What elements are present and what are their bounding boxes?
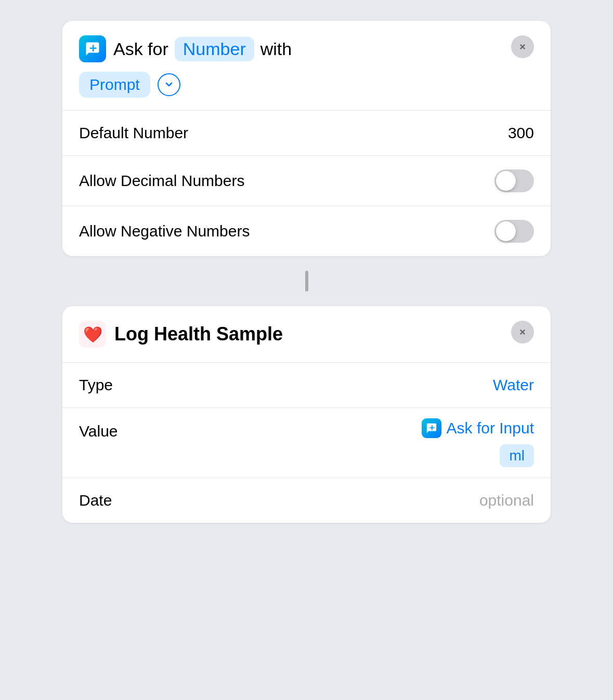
toggle-thumb-negative [496, 221, 516, 241]
ask-for-text: Ask for [113, 39, 168, 59]
allow-negative-row: Allow Negative Numbers [62, 206, 551, 256]
toggle-thumb-decimal [496, 171, 516, 191]
default-number-label: Default Number [79, 124, 188, 142]
date-label: Date [79, 492, 112, 509]
message-plus-icon [85, 41, 100, 57]
scroll-bar [305, 271, 308, 292]
card2-header: ❤️ Log Health Sample [62, 306, 551, 362]
close-icon-2 [518, 327, 527, 337]
value-row: Value Ask for Input ml [62, 408, 551, 478]
type-value[interactable]: Water [493, 376, 534, 394]
value-label: Value [79, 418, 118, 440]
ask-for-number-card: Ask for Number with Prompt Default Numbe… [62, 21, 551, 256]
scroll-indicator [305, 267, 308, 296]
with-text: with [260, 39, 292, 59]
chevron-down-icon [164, 80, 174, 90]
ask-for-input-button[interactable]: Ask for Input [422, 418, 534, 438]
date-placeholder[interactable]: optional [479, 492, 534, 509]
health-icon: ❤️ [79, 321, 106, 348]
number-pill[interactable]: Number [175, 37, 254, 61]
chevron-circle-button[interactable] [158, 73, 180, 96]
ask-for-input-text: Ask for Input [447, 419, 534, 437]
card1-title-text: Ask for Number with [113, 37, 534, 61]
card2-close-button[interactable] [511, 321, 534, 344]
allow-negative-toggle[interactable] [494, 220, 534, 243]
value-right: Ask for Input ml [422, 418, 534, 467]
allow-decimal-label: Allow Decimal Numbers [79, 172, 244, 190]
card2-title: Log Health Sample [114, 323, 534, 345]
default-number-value[interactable]: 300 [508, 124, 534, 142]
log-health-sample-card: ❤️ Log Health Sample Type Water Value As… [62, 306, 551, 523]
type-label: Type [79, 376, 113, 394]
allow-decimal-toggle[interactable] [494, 169, 534, 192]
card1-close-button[interactable] [511, 35, 534, 58]
ask-icon [422, 418, 441, 438]
prompt-pill[interactable]: Prompt [79, 72, 150, 98]
ask-plus-icon [426, 422, 437, 434]
allow-decimal-row: Allow Decimal Numbers [62, 156, 551, 206]
card1-header: Ask for Number with Prompt [62, 21, 551, 110]
default-number-row: Default Number 300 [62, 111, 551, 155]
allow-negative-label: Allow Negative Numbers [79, 222, 250, 240]
unit-pill[interactable]: ml [500, 444, 534, 467]
card1-prompt-row: Prompt [79, 72, 534, 98]
app-icon [79, 35, 106, 62]
card1-title-row: Ask for Number with [79, 35, 534, 62]
type-row: Type Water [62, 363, 551, 407]
date-row: Date optional [62, 478, 551, 523]
close-icon [518, 42, 527, 51]
heart-emoji: ❤️ [83, 325, 102, 344]
